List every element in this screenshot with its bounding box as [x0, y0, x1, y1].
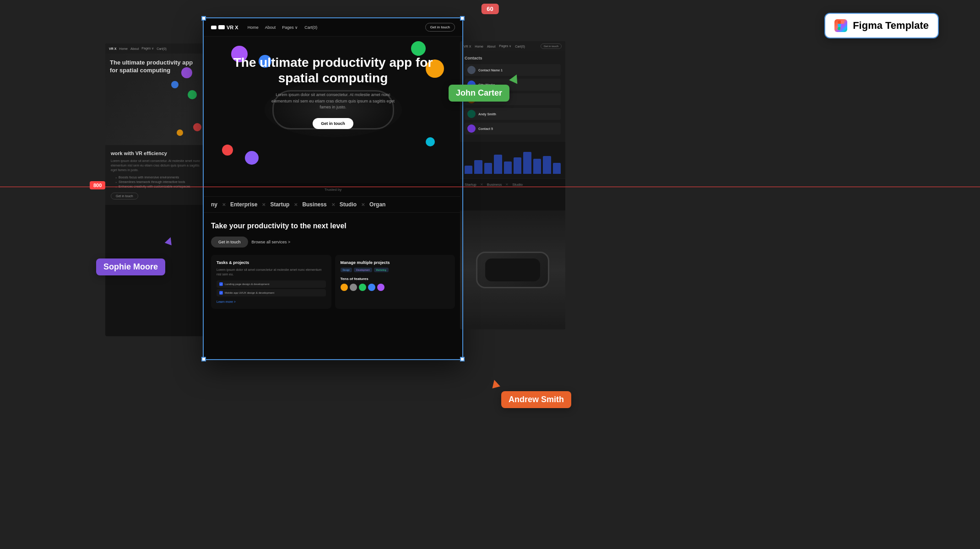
ruler-label: 800: [90, 181, 105, 189]
center-nav-cta[interactable]: Get in touch: [425, 23, 455, 32]
left-frame: VR X Home About Pages ∨ Cart(0) The ulti…: [105, 43, 206, 336]
bar-9: [543, 156, 551, 174]
feature-card-2-sub: Tens of features: [341, 277, 450, 281]
right-marquee-3: Studio: [512, 183, 523, 187]
left-hero-title: The ultimate productivity app for spatia…: [110, 59, 201, 75]
feature-card-1-title: Tasks & projects: [217, 260, 326, 265]
john-carter-name: John Carter: [456, 88, 502, 97]
right-nav-logo: VR X: [464, 45, 471, 48]
center-hero-description: Lorem ipsum dolor sit amet consectetur. …: [269, 92, 397, 111]
bar-2: [474, 160, 482, 174]
center-nav-links: Home About Pages ∨ Cart(0): [248, 25, 318, 30]
task-item-1: ✓ Landing page design & development: [217, 280, 326, 288]
features-section: Take your productivity to the next level…: [204, 213, 462, 318]
contacts-title: Contacts: [465, 56, 561, 60]
orb-blue-left: [171, 81, 179, 88]
left-nav-logo: VR X: [109, 47, 116, 50]
nav-pages: Pages ∨: [282, 25, 298, 30]
marquee-item-3: Startup: [270, 201, 289, 208]
features-cta-row: Get in touch Browse all services >: [211, 237, 455, 248]
contact-info-1: Contact Name 1: [478, 69, 558, 72]
bullet-1: Boosts focus with immersive environments: [111, 176, 200, 179]
right-nav-cart: Cart(0): [515, 45, 525, 48]
feature-card-1: Tasks & projects Lorem ipsum dolor sit a…: [211, 255, 331, 309]
sophie-moore-badge: Sophie Moore: [96, 258, 165, 275]
contact-item-5: Contact 5: [465, 123, 561, 135]
bullet-2: Streamlines teamwork through interactive…: [111, 180, 200, 183]
left-nav-home: Home: [119, 47, 128, 50]
marquee-item-6: Organ: [369, 201, 385, 208]
right-marquee-1: Startup: [465, 183, 476, 187]
contact-info-5: Contact 5: [478, 127, 558, 130]
bar-5: [504, 161, 512, 174]
sophie-moore-name: Sophie Moore: [103, 262, 158, 271]
trusted-section: Trusted by: [204, 183, 462, 196]
task-text-2: Mobile app UI/UX design & development: [225, 291, 274, 294]
feature-learn-more[interactable]: Learn more >: [217, 300, 326, 303]
task-check-2: ✓: [219, 291, 223, 295]
figma-template-badge: Figma Template: [824, 13, 939, 38]
marquee-item-1: ny: [211, 201, 217, 208]
task-check-1: ✓: [219, 282, 223, 286]
figma-template-text: Figma Template: [853, 20, 929, 32]
center-hero-cta[interactable]: Get in touch: [313, 118, 353, 129]
left-nav-about: About: [130, 47, 139, 50]
center-nav: VR X Home About Pages ∨ Cart(0) Get in t…: [204, 18, 462, 37]
nav-home: Home: [248, 25, 259, 30]
left-frame-nav: VR X Home About Pages ∨ Cart(0): [105, 43, 206, 54]
feat-orb-3: [359, 284, 366, 291]
marquee-item-5: Studio: [340, 201, 357, 208]
features-cards: Tasks & projects Lorem ipsum dolor sit a…: [211, 255, 455, 309]
center-hero-section: The ultimate productivity app for spatia…: [204, 37, 462, 183]
hero-orb-3: [411, 41, 426, 56]
tag-dev: Development: [354, 268, 372, 272]
chart-section: [460, 142, 565, 178]
right-bottom-preview: [460, 210, 565, 329]
contact-item-1: Contact Name 1: [465, 64, 561, 76]
center-nav-logo: VR X: [211, 25, 238, 30]
feat-orb-2: [350, 284, 357, 291]
bar-chart: [465, 146, 561, 174]
zoom-badge: 60: [481, 4, 498, 14]
contact-item-4: Andy Smith: [465, 108, 561, 120]
figma-icon: [834, 19, 847, 32]
right-nav-pages: Pages ∨: [499, 44, 511, 48]
right-nav-about: About: [487, 45, 495, 48]
contact-info-4: Andy Smith: [478, 113, 558, 116]
right-marquee-2: Business: [487, 183, 502, 187]
hero-orb-6: [426, 137, 435, 146]
features-secondary-btn[interactable]: Browse all services >: [252, 237, 291, 248]
task-list: ✓ Landing page design & development ✓ Mo…: [217, 280, 326, 296]
hero-orb-5: [222, 145, 233, 156]
feat-orb-5: [377, 284, 384, 291]
bar-6: [514, 157, 521, 174]
bar-3: [484, 163, 492, 174]
features-primary-btn[interactable]: Get in touch: [211, 237, 248, 248]
feat-orb-1: [341, 284, 348, 291]
orb-red-left: [193, 123, 201, 131]
contact-name-5: Contact 5: [478, 127, 558, 130]
bar-1: [465, 166, 472, 174]
left-content-text: Lorem ipsum dolor sit amet consectetur. …: [111, 159, 200, 172]
left-content-title: work with VR efficiency: [111, 151, 200, 156]
tag-marketing: Marketing: [374, 268, 389, 272]
left-cta-button[interactable]: Get in touch: [111, 193, 138, 199]
contact-name-4: Andy Smith: [478, 113, 558, 116]
andrew-smith-name: Andrew Smith: [509, 395, 564, 404]
orb-yellow-left: [177, 129, 183, 136]
bar-7: [523, 152, 531, 174]
john-carter-badge: John Carter: [449, 85, 509, 102]
right-nav-cta[interactable]: Get in touch: [541, 43, 562, 49]
feat-orb-4: [368, 284, 375, 291]
feature-card-2-title: Manage multiple projects: [341, 260, 450, 265]
bar-10: [553, 163, 561, 174]
left-nav-pages: Pages ∨: [141, 47, 154, 50]
right-nav: VR X Home About Pages ∨ Cart(0) Get in t…: [460, 41, 565, 51]
contact-avatar-5: [467, 124, 476, 133]
marquee-item-2: Enterprise: [230, 201, 257, 208]
contact-name-1: Contact Name 1: [478, 69, 558, 72]
feature-card-2: Manage multiple projects Design Developm…: [335, 255, 455, 309]
right-marquee: Startup ✕ Business ✕ Studio: [460, 178, 565, 190]
right-nav-home: Home: [475, 45, 483, 48]
marquee-item-4: Business: [302, 201, 326, 208]
